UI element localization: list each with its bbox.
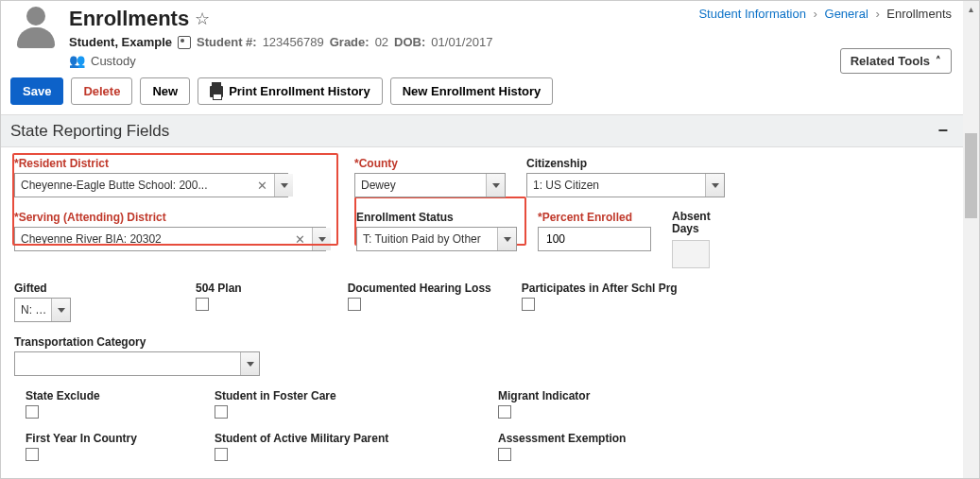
percent-enrolled-input[interactable] bbox=[538, 227, 651, 251]
absent-days-display bbox=[672, 240, 710, 268]
military-parent-checkbox[interactable] bbox=[215, 448, 228, 461]
dropdown-caret-icon[interactable] bbox=[486, 174, 505, 197]
enrollment-status-value: T: Tuition Paid by Other bbox=[363, 232, 493, 246]
vertical-scrollbar[interactable]: ▴ bbox=[963, 1, 979, 478]
percent-enrolled-value[interactable] bbox=[544, 231, 645, 247]
id-card-icon[interactable] bbox=[178, 36, 191, 49]
clear-icon[interactable]: ✕ bbox=[291, 232, 308, 247]
county-value: Dewey bbox=[361, 179, 482, 192]
transportation-select[interactable] bbox=[14, 351, 260, 376]
breadcrumb-current: Enrollments bbox=[886, 7, 952, 21]
citizenship-label: Citizenship bbox=[526, 157, 725, 170]
dropdown-caret-icon[interactable] bbox=[51, 299, 70, 321]
dropdown-caret-icon[interactable] bbox=[240, 352, 259, 375]
breadcrumb: Student Information › General › Enrollme… bbox=[698, 7, 952, 21]
student-avatar bbox=[12, 7, 60, 54]
related-tools-label: Related Tools bbox=[851, 54, 930, 68]
dob-label: DOB: bbox=[394, 35, 425, 49]
state-exclude-label: State Exclude bbox=[26, 389, 215, 402]
serving-district-value: Cheyenne River BIA: 20302 bbox=[15, 232, 291, 246]
page-title: Enrollments bbox=[69, 7, 189, 31]
favorite-star-icon[interactable]: ☆ bbox=[195, 9, 210, 29]
dob-value: 01/01/2017 bbox=[431, 35, 492, 49]
enrollment-status-select[interactable]: T: Tuition Paid by Other bbox=[356, 227, 517, 251]
dropdown-caret-icon[interactable] bbox=[312, 228, 331, 250]
absent-days-label: Absent Days bbox=[672, 211, 711, 235]
grade-value: 02 bbox=[375, 35, 388, 49]
print-history-button[interactable]: Print Enrollment History bbox=[198, 77, 383, 105]
citizenship-value: 1: US Citizen bbox=[533, 179, 701, 192]
gifted-label: Gifted bbox=[14, 282, 71, 295]
county-select[interactable]: Dewey bbox=[354, 173, 506, 197]
student-number-label: Student #: bbox=[197, 35, 257, 49]
student-name: Student, Example bbox=[69, 35, 172, 49]
enrollment-status-label: Enrollment Status bbox=[356, 211, 517, 224]
dropdown-caret-icon[interactable] bbox=[497, 228, 516, 250]
custody-badge[interactable]: Custody bbox=[91, 54, 136, 68]
migrant-checkbox[interactable] bbox=[498, 405, 511, 419]
gifted-select[interactable]: N: No bbox=[14, 298, 71, 322]
gifted-value: N: No bbox=[21, 303, 47, 316]
action-bar: Save Delete New Print Enrollment History… bbox=[1, 72, 963, 115]
serving-district-select[interactable]: Cheyenne River BIA: 20302 ✕ bbox=[14, 227, 326, 251]
assessment-exemption-label: Assessment Exemption bbox=[498, 432, 626, 445]
people-icon: 👥 bbox=[69, 53, 85, 68]
scrollbar-thumb[interactable] bbox=[965, 133, 977, 218]
first-year-checkbox[interactable] bbox=[26, 448, 39, 461]
resident-district-value: Cheyenne-Eagle Butte School: 200... bbox=[15, 179, 253, 192]
after-school-checkbox[interactable] bbox=[522, 298, 535, 311]
foster-care-label: Student in Foster Care bbox=[215, 389, 498, 402]
hearing-loss-checkbox[interactable] bbox=[348, 298, 361, 311]
breadcrumb-general[interactable]: General bbox=[825, 7, 868, 21]
chevron-up-icon: ˄ bbox=[936, 55, 941, 67]
percent-enrolled-label: Percent Enrolled bbox=[538, 211, 651, 224]
save-button[interactable]: Save bbox=[10, 77, 63, 105]
dropdown-caret-icon[interactable] bbox=[705, 174, 724, 197]
transportation-label: Transportation Category bbox=[14, 335, 260, 349]
resident-district-select[interactable]: Cheyenne-Eagle Butte School: 200... ✕ bbox=[14, 173, 288, 197]
dropdown-caret-icon[interactable] bbox=[274, 174, 293, 197]
scroll-up-arrow-icon[interactable]: ▴ bbox=[963, 1, 979, 17]
serving-district-label: Serving (Attending) District bbox=[14, 211, 335, 224]
504-plan-label: 504 Plan bbox=[196, 282, 242, 295]
first-year-label: First Year In Country bbox=[26, 432, 215, 445]
foster-care-checkbox[interactable] bbox=[215, 405, 228, 419]
migrant-label: Migrant Indicator bbox=[498, 389, 590, 402]
printer-icon bbox=[210, 86, 223, 97]
page-header: Enrollments ☆ Student Information › Gene… bbox=[1, 1, 963, 72]
citizenship-select[interactable]: 1: US Citizen bbox=[526, 173, 725, 197]
clear-icon[interactable]: ✕ bbox=[253, 179, 270, 193]
related-tools-button[interactable]: Related Tools ˄ bbox=[840, 48, 952, 74]
chevron-right-icon: › bbox=[814, 7, 817, 21]
hearing-loss-label: Documented Hearing Loss bbox=[348, 282, 491, 295]
breadcrumb-student-info[interactable]: Student Information bbox=[698, 7, 805, 21]
student-number-value: 123456789 bbox=[263, 35, 324, 49]
new-button[interactable]: New bbox=[140, 77, 190, 105]
after-school-label: Participates in After Schl Prg bbox=[522, 282, 678, 295]
assessment-exemption-checkbox[interactable] bbox=[498, 448, 511, 461]
resident-district-label: Resident District bbox=[14, 157, 298, 170]
state-exclude-checkbox[interactable] bbox=[26, 405, 39, 419]
section-title: State Reporting Fields bbox=[10, 122, 169, 141]
chevron-right-icon: › bbox=[875, 7, 879, 21]
grade-label: Grade: bbox=[330, 35, 370, 49]
military-parent-label: Student of Active Military Parent bbox=[215, 432, 498, 445]
print-history-label: Print Enrollment History bbox=[229, 84, 370, 98]
delete-button[interactable]: Delete bbox=[71, 77, 132, 105]
county-label: County bbox=[354, 157, 506, 170]
new-history-button[interactable]: New Enrollment History bbox=[390, 77, 554, 105]
student-info-line: Student, Example Student #: 123456789 Gr… bbox=[69, 35, 954, 49]
collapse-icon[interactable]: − bbox=[932, 121, 954, 141]
504-plan-checkbox[interactable] bbox=[196, 298, 209, 311]
state-reporting-section: State Reporting Fields − Resident Distri… bbox=[1, 115, 963, 478]
